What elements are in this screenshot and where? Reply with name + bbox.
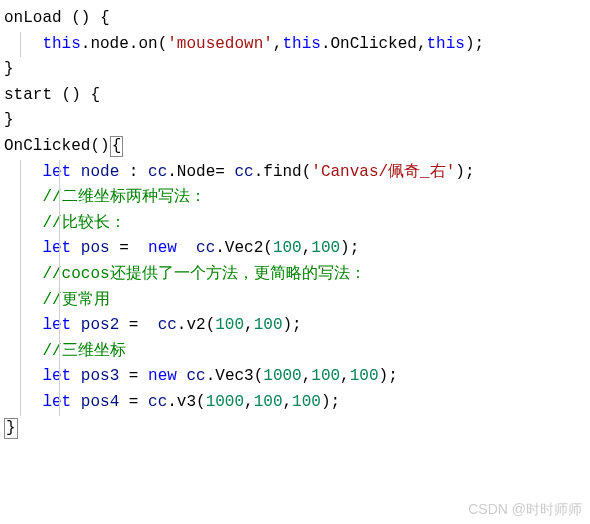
code-line: //二维坐标两种写法： (4, 185, 586, 211)
comment: //更常用 (42, 291, 109, 309)
method-name: OnClicked (4, 137, 90, 155)
comment: //二维坐标两种写法： (42, 188, 205, 206)
string-literal: 'Canvas/佩奇_右' (311, 163, 455, 181)
code-editor[interactable]: onLoad () { this.node.on('mousedown',thi… (0, 0, 590, 447)
brace-match: } (4, 418, 18, 439)
code-line: } (4, 57, 586, 83)
comment: //比较长： (42, 214, 125, 232)
watermark: CSDN @时时师师 (468, 498, 582, 520)
code-line: OnClicked(){ (4, 134, 586, 160)
code-line: } (4, 416, 586, 442)
code-line: //更常用 (4, 288, 586, 314)
code-line: start () { (4, 83, 586, 109)
string-literal: 'mousedown' (167, 35, 273, 53)
comment: //三维坐标 (42, 342, 125, 360)
method-name: start (4, 86, 52, 104)
code-line: let pos2 = cc.v2(100,100); (4, 313, 586, 339)
code-line: let node : cc.Node= cc.find('Canvas/佩奇_右… (4, 160, 586, 186)
code-line: onLoad () { (4, 6, 586, 32)
code-line: } (4, 108, 586, 134)
comment: //cocos还提供了一个方法，更简略的写法： (42, 265, 365, 283)
code-line: //比较长： (4, 211, 586, 237)
method-name: onLoad (4, 9, 62, 27)
code-line: //三维坐标 (4, 339, 586, 365)
brace-match: { (110, 136, 124, 157)
code-line: this.node.on('mousedown',this.OnClicked,… (4, 32, 586, 58)
code-line: let pos = new cc.Vec2(100,100); (4, 236, 586, 262)
code-line: let pos4 = cc.v3(1000,100,100); (4, 390, 586, 416)
code-line: //cocos还提供了一个方法，更简略的写法： (4, 262, 586, 288)
code-line: let pos3 = new cc.Vec3(1000,100,100); (4, 364, 586, 390)
